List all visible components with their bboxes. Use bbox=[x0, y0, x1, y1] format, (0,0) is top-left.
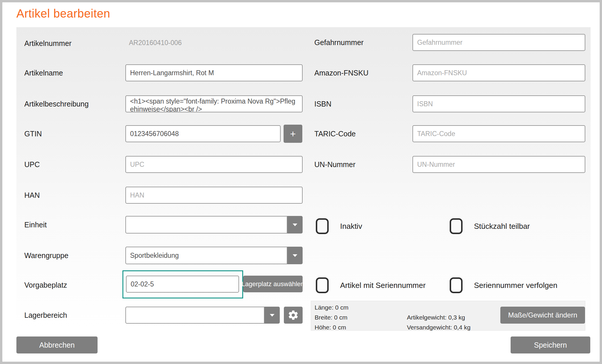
isbn-input[interactable] bbox=[412, 95, 585, 112]
gear-icon bbox=[288, 310, 299, 321]
artikel-bearbeiten-window: Artikel bearbeiten Artikelnummer AR20160… bbox=[0, 0, 602, 364]
vorgabeplatz-input[interactable] bbox=[126, 276, 239, 293]
speichern-button[interactable]: Speichern bbox=[511, 336, 590, 353]
abbrechen-button[interactable]: Abbrechen bbox=[16, 336, 98, 353]
artikelname-label: Artikelname bbox=[24, 68, 63, 77]
artikelname-input[interactable] bbox=[125, 64, 303, 81]
artikel-mit-seriennummer-checkbox[interactable] bbox=[316, 277, 329, 293]
isbn-label: ISBN bbox=[314, 99, 331, 108]
upc-label: UPC bbox=[24, 160, 40, 169]
laenge-value: Länge: 0 cm bbox=[315, 304, 349, 311]
seriennummer-verfolgen-label: Seriennummer verfolgen bbox=[474, 281, 557, 290]
warengruppe-label: Warengruppe bbox=[24, 251, 69, 260]
einheit-dropdown-button[interactable] bbox=[287, 216, 303, 233]
amazon-fnsku-label: Amazon-FNSKU bbox=[314, 68, 369, 77]
stueckzahl-teilbar-checkbox[interactable] bbox=[450, 218, 463, 234]
gtin-label: GTIN bbox=[24, 129, 42, 138]
lagerplatz-auswaehlen-button[interactable]: Lagerplatz auswählen bbox=[243, 276, 303, 292]
gtin-add-button[interactable]: + bbox=[284, 125, 302, 143]
plus-icon: + bbox=[290, 129, 296, 139]
warengruppe-dropdown-button[interactable] bbox=[287, 247, 303, 264]
warengruppe-select[interactable]: Sportbekleidung bbox=[125, 247, 303, 264]
inaktiv-label: Inaktiv bbox=[340, 222, 362, 231]
einheit-select-value[interactable] bbox=[125, 216, 287, 233]
lagerbereich-settings-button[interactable] bbox=[284, 307, 303, 324]
artikelbeschreibung-textarea[interactable]: <h1><span style="font-family: Proxima No… bbox=[125, 95, 303, 112]
han-input[interactable] bbox=[125, 187, 303, 204]
chevron-down-icon bbox=[270, 314, 274, 317]
upc-input[interactable] bbox=[125, 156, 303, 173]
vorgabeplatz-label: Vorgabeplatz bbox=[24, 281, 67, 289]
gefahrnummer-input[interactable] bbox=[412, 34, 585, 51]
artikelbeschreibung-label: Artikelbeschreibung bbox=[24, 99, 89, 108]
amazon-fnsku-input[interactable] bbox=[412, 64, 585, 81]
un-nummer-label: UN-Nummer bbox=[314, 160, 355, 169]
artikel-mit-seriennummer-label: Artikel mit Seriennummer bbox=[340, 281, 426, 290]
han-label: HAN bbox=[24, 191, 40, 200]
artikelgewicht-value: Artikelgewicht: 0,3 kg bbox=[407, 314, 465, 321]
taric-code-label: TARIC-Code bbox=[314, 129, 356, 138]
lagerbereich-label: Lagerbereich bbox=[24, 311, 67, 320]
versandgewicht-value: Versandgewicht: 0,4 kg bbox=[407, 324, 470, 331]
page-title: Artikel bearbeiten bbox=[16, 7, 110, 20]
artikelnummer-label: Artikelnummer bbox=[24, 39, 71, 48]
lagerbereich-dropdown-button[interactable] bbox=[265, 307, 280, 324]
chevron-down-icon bbox=[293, 224, 297, 226]
warengruppe-select-value[interactable]: Sportbekleidung bbox=[125, 247, 287, 264]
lagerbereich-select[interactable] bbox=[125, 307, 280, 324]
stueckzahl-teilbar-label: Stückzahl teilbar bbox=[474, 222, 530, 231]
einheit-label: Einheit bbox=[24, 220, 47, 229]
gefahrnummer-label: Gefahrnummer bbox=[314, 38, 364, 47]
hoehe-value: Höhe: 0 cm bbox=[315, 324, 346, 331]
einheit-select[interactable] bbox=[125, 216, 303, 233]
un-nummer-input[interactable] bbox=[412, 156, 585, 173]
artikelnummer-value: AR20160410-006 bbox=[129, 38, 182, 47]
taric-code-input[interactable] bbox=[412, 125, 585, 142]
gtin-input[interactable] bbox=[125, 125, 281, 142]
masse-gewicht-panel: Länge: 0 cm Breite: 0 cm Höhe: 0 cm Arti… bbox=[311, 301, 585, 331]
chevron-down-icon bbox=[293, 254, 297, 257]
seriennummer-verfolgen-checkbox[interactable] bbox=[450, 277, 463, 293]
masse-gewicht-aendern-button[interactable]: Maße/Gewicht ändern bbox=[500, 307, 585, 324]
lagerbereich-select-value[interactable] bbox=[125, 307, 265, 324]
breite-value: Breite: 0 cm bbox=[315, 314, 347, 321]
inaktiv-checkbox[interactable] bbox=[316, 218, 329, 234]
